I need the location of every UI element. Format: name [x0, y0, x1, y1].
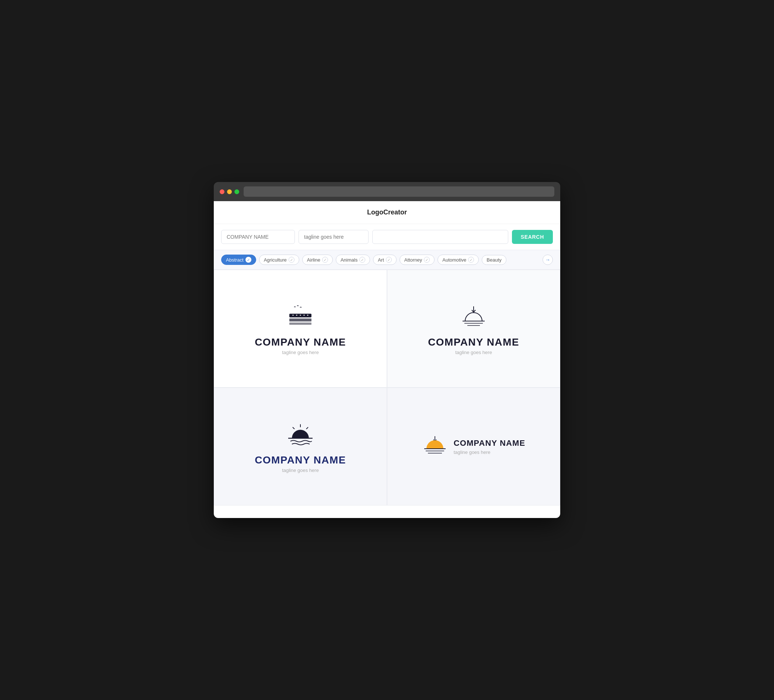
svg-point-7	[308, 315, 309, 316]
check-icon-agriculture: ✓	[289, 257, 294, 262]
svg-point-3	[293, 315, 294, 316]
filter-bar: Abstract ✓ Agriculture ✓ Airline ✓ Anima…	[214, 250, 560, 270]
logo-company-3: COMPANY NAME	[255, 454, 346, 466]
svg-rect-1	[289, 318, 311, 321]
search-button[interactable]: SEARCH	[512, 230, 553, 244]
filter-label-animals: Animals	[341, 257, 357, 262]
logo-company-2: COMPANY NAME	[428, 336, 519, 348]
filter-label-beauty: Beauty	[486, 257, 501, 262]
logo-inline-4: COMPANY NAME tagline goes here	[422, 436, 526, 457]
search-bar: SEARCH	[214, 224, 560, 250]
logo-company-4: COMPANY NAME	[454, 438, 526, 448]
svg-rect-2	[289, 322, 311, 325]
logo-card-1[interactable]: COMPANY NAME tagline goes here	[214, 270, 387, 388]
check-icon-airline: ✓	[322, 257, 328, 262]
logo-tagline-2: tagline goes here	[455, 350, 492, 355]
filter-chip-attorney[interactable]: Attorney ✓	[400, 254, 435, 265]
check-icon-automotive: ✓	[468, 257, 474, 262]
logo-tagline-1: tagline goes here	[282, 350, 319, 355]
logo-text-block-4: COMPANY NAME tagline goes here	[454, 438, 526, 455]
logo-tagline-3: tagline goes here	[282, 467, 319, 473]
svg-line-13	[293, 427, 294, 429]
filter-chip-beauty[interactable]: Beauty	[482, 255, 506, 265]
traffic-lights	[220, 189, 239, 194]
filter-label-abstract: Abstract	[226, 257, 244, 262]
tagline-input[interactable]	[299, 230, 369, 244]
logo-company-1: COMPANY NAME	[255, 336, 346, 348]
filter-chip-art[interactable]: Art ✓	[373, 254, 397, 265]
close-button[interactable]	[220, 189, 225, 194]
sunrise-color-icon	[422, 436, 448, 457]
filter-next-button[interactable]: →	[542, 254, 553, 265]
svg-point-5	[300, 315, 301, 316]
browser-window: LogoCreator SEARCH Abstract ✓ Agricultur…	[214, 182, 560, 518]
filter-label-agriculture: Agriculture	[264, 257, 287, 262]
minimize-button[interactable]	[227, 189, 232, 194]
filter-label-art: Art	[378, 257, 384, 262]
logo-grid: COMPANY NAME tagline goes here COMPANY N…	[214, 270, 560, 505]
filter-label-attorney: Attorney	[404, 257, 422, 262]
check-icon-art: ✓	[386, 257, 392, 262]
svg-point-4	[296, 315, 298, 316]
app-content: LogoCreator SEARCH Abstract ✓ Agricultur…	[214, 201, 560, 518]
check-icon-animals: ✓	[359, 257, 365, 262]
landscape-icon	[284, 302, 317, 332]
browser-chrome	[214, 182, 560, 201]
sunrise-solid-icon	[284, 420, 317, 450]
app-title: LogoCreator	[367, 208, 407, 216]
check-icon-abstract: ✓	[245, 257, 251, 262]
logo-card-2[interactable]: COMPANY NAME tagline goes here	[387, 270, 560, 388]
company-input[interactable]	[221, 230, 295, 244]
app-header: LogoCreator	[214, 201, 560, 224]
filter-chip-abstract[interactable]: Abstract ✓	[221, 254, 256, 265]
filter-label-airline: Airline	[307, 257, 320, 262]
filter-chip-airline[interactable]: Airline ✓	[302, 254, 333, 265]
svg-line-14	[306, 427, 308, 429]
filter-chip-agriculture[interactable]: Agriculture ✓	[259, 254, 299, 265]
filter-label-automotive: Automotive	[442, 257, 466, 262]
logo-card-3[interactable]: COMPANY NAME tagline goes here	[214, 388, 387, 505]
logo-tagline-4: tagline goes here	[454, 449, 526, 455]
logo-card-4[interactable]: COMPANY NAME tagline goes here	[387, 388, 560, 505]
keyword-input[interactable]	[372, 230, 508, 244]
filter-chip-animals[interactable]: Animals ✓	[336, 254, 370, 265]
check-icon-attorney: ✓	[424, 257, 430, 262]
filter-chip-automotive[interactable]: Automotive ✓	[438, 254, 479, 265]
maximize-button[interactable]	[235, 189, 239, 194]
address-bar[interactable]	[244, 187, 554, 197]
svg-point-6	[304, 315, 305, 316]
sunrise-line-icon	[457, 302, 490, 332]
